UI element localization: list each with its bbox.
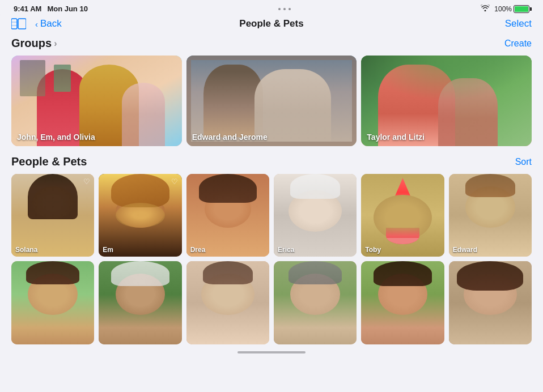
sort-button[interactable]: Sort — [515, 157, 532, 167]
scroll-dot — [237, 351, 306, 353]
people-section-header: People & Pets Sort — [11, 155, 532, 168]
person-name-drea: Drea — [190, 246, 206, 254]
create-button[interactable]: Create — [504, 39, 532, 49]
groups-grid: John, Em, and Olivia Edward and Jerome — [11, 56, 532, 146]
groups-chevron-icon: › — [54, 39, 57, 49]
nav-left: ‹ Back — [11, 18, 62, 30]
status-date: Mon Jun 10 — [47, 5, 88, 13]
status-center — [278, 8, 291, 10]
person-card-girl1[interactable] — [449, 261, 532, 344]
person-card-boy1[interactable] — [11, 261, 94, 344]
person-card-woman2[interactable] — [274, 261, 357, 344]
person-name-toby: Toby — [365, 246, 381, 254]
person-name-edward: Edward — [453, 246, 477, 254]
group-card-taylor[interactable]: Taylor and Litzi — [361, 56, 532, 146]
status-right: 100% — [481, 5, 529, 13]
person-name-em: Em — [103, 246, 113, 254]
status-dot-1 — [278, 8, 281, 10]
status-dot-3 — [289, 8, 291, 10]
person-card-man1[interactable] — [99, 261, 181, 344]
person-card-em[interactable]: ♡ Em — [99, 174, 181, 257]
group-card-john[interactable]: John, Em, and Olivia — [11, 56, 182, 146]
content-area: Groups › Create John, Em, and Olivia — [0, 35, 543, 344]
status-dot-2 — [283, 8, 286, 10]
select-button[interactable]: Select — [505, 18, 532, 29]
wifi-icon — [481, 5, 490, 13]
groups-section-header: Groups › Create — [11, 37, 532, 50]
status-bar: 9:41 AM Mon Jun 10 100% — [0, 0, 543, 15]
group-label-edward: Edward and Jerome — [192, 133, 268, 142]
back-label: Back — [40, 18, 62, 29]
back-chevron-icon: ‹ — [35, 19, 38, 29]
person-card-erica[interactable]: Erica — [274, 174, 357, 257]
svg-rect-0 — [11, 19, 17, 29]
sidebar-icon[interactable] — [11, 18, 28, 30]
status-time: 9:41 AM — [14, 5, 41, 13]
person-card-solana[interactable]: ♡ Solana — [11, 174, 94, 257]
person-name-solana: Solana — [15, 246, 37, 254]
person-card-woman1[interactable] — [186, 261, 269, 344]
scroll-indicator — [0, 347, 543, 358]
nav-title: People & Pets — [239, 18, 303, 29]
battery-container: 100% — [494, 5, 529, 13]
people-grid-row1: ♡ Solana ♡ Em — [11, 174, 532, 257]
person-card-toby[interactable]: Toby — [361, 174, 444, 257]
person-card-edward[interactable]: Edward — [449, 174, 532, 257]
back-button[interactable]: ‹ Back — [35, 18, 62, 29]
person-card-drea[interactable]: Drea — [186, 174, 269, 257]
nav-bar: ‹ Back People & Pets Select — [0, 15, 543, 35]
nav-right: Select — [505, 18, 532, 29]
favorite-icon-em: ♡ — [171, 177, 178, 186]
group-card-edward[interactable]: Edward and Jerome — [186, 56, 357, 146]
group-label-taylor: Taylor and Litzi — [367, 133, 425, 142]
svg-rect-1 — [18, 19, 26, 29]
group-label-john: John, Em, and Olivia — [17, 133, 95, 142]
groups-title[interactable]: Groups › — [11, 37, 57, 50]
groups-title-text: Groups — [11, 37, 52, 50]
battery-icon — [514, 5, 529, 13]
device-frame: 9:41 AM Mon Jun 10 100% — [0, 0, 543, 392]
person-name-erica: Erica — [278, 246, 294, 254]
battery-text: 100% — [494, 5, 512, 13]
people-title-text: People & Pets — [11, 155, 87, 168]
person-card-boy2[interactable] — [361, 261, 444, 344]
people-grid-row2 — [11, 261, 532, 344]
people-title: People & Pets — [11, 155, 87, 168]
favorite-icon-solana: ♡ — [83, 177, 90, 186]
battery-fill — [515, 6, 528, 12]
